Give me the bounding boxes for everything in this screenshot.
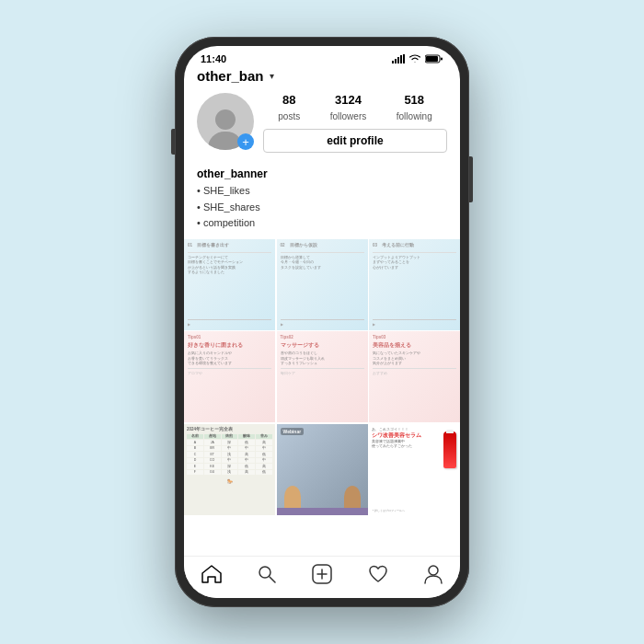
followers-stat[interactable]: 3124 followers: [330, 93, 366, 123]
posts-grid[interactable]: 01 目標を書き出す コーチングセミナーにて目標を書くことでモチベーションが上が…: [184, 239, 460, 556]
grid-row-1: 01 目標を書き出す コーチングセミナーにて目標を書くことでモチベーションが上が…: [184, 239, 460, 330]
svg-rect-0: [392, 61, 394, 63]
post-tile-6[interactable]: Tips03 美容品を揃える 気になっていたスキンケアやコスメをまとめ買い気分が…: [369, 331, 460, 422]
svg-rect-7: [441, 58, 443, 61]
post-tile-8[interactable]: Webinar: [277, 424, 368, 515]
nav-likes[interactable]: [368, 565, 388, 588]
username-text: other_ban: [197, 68, 264, 84]
bio-item-3: competition: [197, 215, 447, 232]
signal-icon: [392, 54, 405, 63]
post-tile-3[interactable]: 03 考える前に行動 インプットよりアウトプットまずやってみることを心がけていま…: [369, 239, 460, 330]
svg-rect-4: [403, 54, 405, 63]
bio-item-2: SHE_shares: [197, 200, 447, 216]
post-tile-7[interactable]: 2024年コーヒー完全表 名前 産地 焙煎 酸味 苦み AJA深低高 BBR中中…: [184, 424, 275, 515]
nav-home[interactable]: [201, 565, 222, 588]
svg-rect-1: [395, 59, 397, 63]
edit-profile-button[interactable]: edit profile: [263, 129, 447, 153]
wifi-icon: [408, 54, 421, 63]
post-tile-2[interactable]: 02 目標から仮設 目標から逆算して今月・今週・今日のタスクを設定しています ▶: [277, 239, 368, 330]
post-tile-1[interactable]: 01 目標を書き出す コーチングセミナーにて目標を書くことでモチベーションが上が…: [184, 239, 275, 330]
bottom-nav: [184, 556, 460, 598]
bio-section: other_banner SHE_likes SHE_shares compet…: [184, 167, 460, 239]
username-row[interactable]: other_ban ▾: [197, 68, 447, 84]
add-photo-button[interactable]: +: [237, 133, 254, 150]
svg-rect-6: [426, 56, 438, 62]
following-stat[interactable]: 518 following: [397, 93, 432, 123]
nav-profile[interactable]: [424, 564, 443, 589]
phone-container: 11:40: [175, 37, 469, 607]
post-tile-5[interactable]: Tips02 マッサージする 首や肩のコリをほぐし頭皮マッサージも取り入れすっき…: [277, 331, 368, 422]
posts-stat: 88 posts: [278, 93, 300, 123]
svg-rect-3: [400, 55, 402, 63]
dropdown-icon: ▾: [270, 71, 274, 81]
svg-line-9: [270, 577, 275, 582]
battery-icon: [425, 54, 443, 63]
bio-item-1: SHE_likes: [197, 183, 447, 200]
bio-name: other_banner: [197, 167, 447, 180]
svg-point-8: [259, 567, 270, 578]
svg-point-13: [429, 566, 438, 575]
nav-add[interactable]: [312, 564, 332, 589]
avatar[interactable]: +: [197, 93, 254, 150]
status-time: 11:40: [201, 53, 226, 64]
svg-rect-2: [397, 57, 399, 63]
post-tile-9[interactable]: あ、これスゴイ！！！ シワ改善美容セラム 美容液で話題沸騰中使ってみたらすごかっ…: [369, 424, 460, 515]
grid-row-3: 2024年コーヒー完全表 名前 産地 焙煎 酸味 苦み AJA深低高 BBR中中…: [184, 424, 460, 515]
post-tile-4[interactable]: Tips01 好きな香りに囲まれる お気に入りのキャンドルやお香を焚いてリラック…: [184, 331, 275, 422]
stats-row: 88 posts 3124 followers 518 following: [263, 93, 447, 123]
grid-row-2: Tips01 好きな香りに囲まれる お気に入りのキャンドルやお香を焚いてリラック…: [184, 331, 460, 422]
status-bar: 11:40: [184, 46, 460, 68]
nav-search[interactable]: [258, 565, 276, 588]
